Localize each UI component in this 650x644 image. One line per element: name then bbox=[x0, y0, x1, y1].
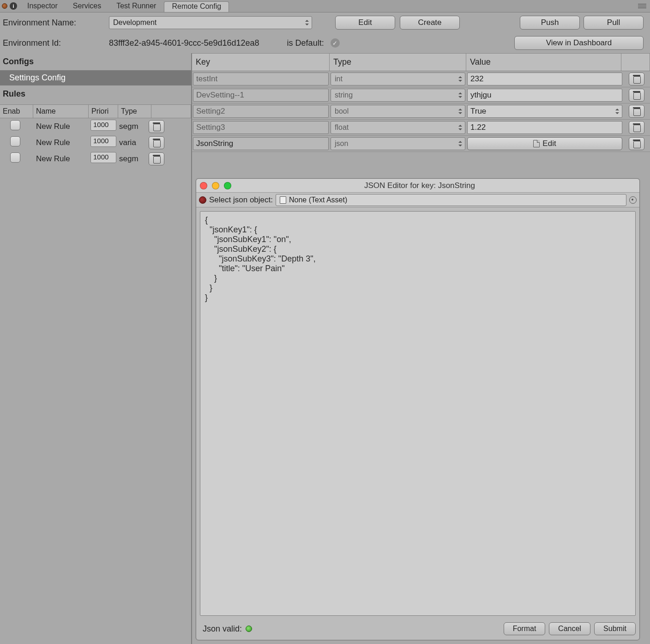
tab-services[interactable]: Services bbox=[66, 0, 109, 12]
env-name-label: Environment Name: bbox=[3, 18, 104, 28]
json-editor-title: JSON Editor for key: JsonString bbox=[231, 181, 608, 190]
setting-row: testInt int 232 bbox=[192, 71, 650, 87]
setting-value-dropdown[interactable]: True bbox=[467, 105, 622, 118]
text-asset-icon bbox=[280, 196, 286, 204]
col-key[interactable]: Key bbox=[192, 54, 330, 71]
rule-delete-button[interactable] bbox=[149, 120, 164, 133]
col-enab[interactable]: Enab bbox=[0, 105, 33, 118]
setting-type-dropdown[interactable]: int bbox=[331, 73, 465, 85]
editor-tabstrip: i Inspector Services Test Runner Remote … bbox=[0, 0, 650, 12]
setting-value-field[interactable]: ythjgu bbox=[467, 89, 622, 102]
format-button[interactable]: Format bbox=[504, 622, 545, 635]
select-json-label: Select json object: bbox=[209, 195, 273, 205]
tab-status-dot bbox=[2, 3, 7, 9]
rule-row[interactable]: New Rule 1000 segm bbox=[0, 151, 191, 167]
rule-type: segm bbox=[116, 154, 146, 164]
env-id-value: 83fff3e2-a945-4601-9ccc-5e9d16d12ea8 bbox=[109, 38, 259, 48]
panel-menu-icon[interactable] bbox=[638, 4, 646, 8]
tab-test-runner[interactable]: Test Runner bbox=[109, 0, 164, 12]
pull-button[interactable]: Pull bbox=[584, 16, 644, 30]
rule-enabled-checkbox[interactable] bbox=[10, 136, 20, 146]
setting-row: Setting3 float 1.22 bbox=[192, 120, 650, 136]
valid-indicator-icon bbox=[246, 626, 252, 632]
configs-header: Configs bbox=[0, 53, 191, 70]
edit-button[interactable]: Edit bbox=[335, 16, 395, 30]
rule-delete-button[interactable] bbox=[149, 136, 164, 149]
rule-row[interactable]: New Rule 1000 varia bbox=[0, 134, 191, 151]
window-close-icon[interactable] bbox=[200, 182, 207, 189]
window-minimize-icon[interactable] bbox=[212, 182, 219, 189]
tab-inspector[interactable]: Inspector bbox=[20, 0, 66, 12]
config-item-settings[interactable]: Settings Config bbox=[0, 70, 191, 85]
setting-key-field[interactable]: testInt bbox=[193, 73, 329, 85]
env-id-label: Environment Id: bbox=[3, 38, 104, 48]
setting-edit-json-button[interactable]: Edit bbox=[467, 137, 622, 150]
setting-key-field[interactable]: JsonString bbox=[193, 137, 329, 150]
json-editor-window: JSON Editor for key: JsonString Select j… bbox=[196, 178, 640, 640]
env-id-row: Environment Id: 83fff3e2-a945-4601-9ccc-… bbox=[0, 33, 650, 53]
submit-button[interactable]: Submit bbox=[594, 622, 636, 635]
setting-value-field[interactable]: 1.22 bbox=[467, 121, 622, 134]
record-icon bbox=[199, 196, 206, 204]
setting-type-dropdown[interactable]: bool bbox=[331, 105, 465, 118]
check-icon: ✓ bbox=[331, 38, 340, 48]
rule-row[interactable]: New Rule 1000 segm bbox=[0, 118, 191, 134]
col-name[interactable]: Name bbox=[33, 105, 89, 118]
env-name-dropdown[interactable]: Development bbox=[109, 16, 312, 29]
setting-row: Setting2 bool True bbox=[192, 103, 650, 120]
setting-delete-button[interactable] bbox=[629, 73, 644, 85]
setting-delete-button[interactable] bbox=[629, 137, 644, 150]
window-zoom-icon[interactable] bbox=[224, 182, 231, 189]
rule-enabled-checkbox[interactable] bbox=[10, 120, 20, 130]
document-icon bbox=[533, 140, 540, 147]
setting-type-dropdown[interactable]: string bbox=[331, 89, 465, 102]
setting-key-field[interactable]: DevSetting--1 bbox=[193, 89, 329, 102]
json-valid-label: Json valid: bbox=[203, 624, 242, 634]
trash-icon bbox=[633, 75, 640, 83]
setting-delete-button[interactable] bbox=[629, 105, 644, 118]
setting-row: DevSetting--1 string ythjgu bbox=[192, 87, 650, 103]
setting-delete-button[interactable] bbox=[629, 89, 644, 102]
setting-type-dropdown[interactable]: json bbox=[331, 137, 465, 150]
col-value[interactable]: Value bbox=[466, 54, 621, 71]
rule-delete-button[interactable] bbox=[149, 152, 164, 165]
setting-row: JsonString json Edit bbox=[192, 136, 650, 152]
trash-icon bbox=[633, 91, 640, 99]
rule-enabled-checkbox[interactable] bbox=[10, 152, 20, 163]
text-asset-field[interactable]: None (Text Asset) bbox=[276, 194, 626, 206]
env-default-label: is Default: bbox=[287, 38, 324, 48]
setting-type-dropdown[interactable]: float bbox=[331, 121, 465, 134]
push-button[interactable]: Push bbox=[520, 16, 580, 30]
rule-priority-field[interactable]: 1000 bbox=[90, 136, 116, 147]
tab-remote-config[interactable]: Remote Config bbox=[164, 1, 229, 12]
col-priority[interactable]: Priori bbox=[89, 105, 118, 118]
setting-key-field[interactable]: Setting2 bbox=[193, 105, 329, 118]
rule-priority-field[interactable]: 1000 bbox=[90, 120, 116, 131]
rule-type: segm bbox=[116, 122, 146, 131]
rule-name: New Rule bbox=[33, 138, 88, 147]
object-picker-icon[interactable] bbox=[629, 196, 637, 204]
rule-name: New Rule bbox=[33, 122, 88, 131]
setting-key-field[interactable]: Setting3 bbox=[193, 121, 329, 134]
trash-icon bbox=[633, 107, 640, 115]
text-asset-value: None (Text Asset) bbox=[289, 196, 347, 204]
rule-type: varia bbox=[116, 138, 146, 147]
col-type[interactable]: Type bbox=[330, 54, 466, 71]
trash-icon bbox=[153, 155, 160, 163]
create-button[interactable]: Create bbox=[400, 16, 460, 30]
cancel-button[interactable]: Cancel bbox=[549, 622, 590, 635]
rule-priority-field[interactable]: 1000 bbox=[90, 152, 116, 163]
json-textarea[interactable]: { "jsonKey1": { "jsonSubKey1": "on", "js… bbox=[200, 211, 636, 616]
view-dashboard-button[interactable]: View in Dashboard bbox=[514, 36, 644, 50]
setting-value-field[interactable]: 232 bbox=[467, 73, 622, 85]
rules-head: Enab Name Priori Type bbox=[0, 104, 191, 118]
trash-icon bbox=[153, 122, 160, 131]
json-editor-titlebar[interactable]: JSON Editor for key: JsonString bbox=[196, 179, 639, 193]
setting-edit-json-label: Edit bbox=[542, 139, 556, 148]
settings-head: Key Type Value bbox=[192, 53, 650, 71]
setting-delete-button[interactable] bbox=[629, 121, 644, 134]
trash-icon bbox=[633, 140, 640, 148]
col-type[interactable]: Type bbox=[118, 105, 151, 118]
rules-header: Rules bbox=[0, 85, 191, 103]
env-name-value: Development bbox=[113, 18, 156, 27]
